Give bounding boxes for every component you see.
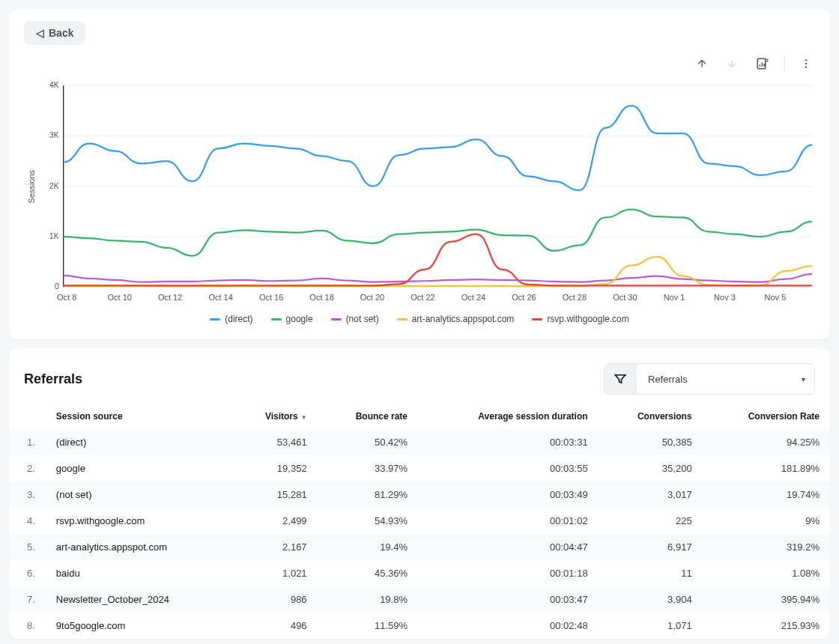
cell-bounce: 50.42% — [318, 429, 418, 455]
x-tick: Oct 26 — [512, 293, 562, 302]
table-controls: Referrals — [604, 363, 815, 395]
cell-visitors: 2,167 — [231, 534, 318, 560]
cell-rate: 9% — [703, 508, 830, 534]
cell-source: art-analytics.appspot.com — [46, 534, 231, 560]
cell-visitors: 19,352 — [231, 455, 318, 482]
legend-swatch — [271, 318, 282, 321]
toolbar-divider — [784, 56, 785, 71]
sort-indicator-icon: ▼ — [301, 414, 307, 421]
add-chart-icon[interactable] — [753, 54, 772, 73]
column-header[interactable]: Visitors▼ — [231, 404, 318, 429]
x-tick: Oct 14 — [208, 293, 258, 302]
legend-label: art-analytics.appspot.com — [412, 314, 515, 324]
column-header[interactable]: Conversions — [599, 404, 703, 429]
table-row[interactable]: 2.google19,35233.97%00:03:5535,200181.89… — [9, 455, 830, 482]
table-row[interactable]: 5.art-analytics.appspot.com2,16719.4%00:… — [9, 534, 830, 560]
legend-label: rsvp.withgoogle.com — [547, 314, 629, 324]
cell-bounce: 19.8% — [318, 586, 418, 613]
legend-swatch — [210, 318, 220, 321]
more-vertical-icon[interactable] — [797, 55, 815, 73]
cell-duration: 00:01:18 — [418, 560, 599, 586]
filter-icon[interactable] — [604, 363, 635, 395]
cell-bounce: 19.4% — [318, 534, 418, 560]
cell-bounce: 11.59% — [318, 613, 418, 639]
table-row[interactable]: 1.(direct)53,46150.42%00:03:3150,38594.2… — [9, 429, 830, 455]
cell-rate: 181.89% — [703, 455, 830, 482]
cell-conv: 50,385 — [599, 429, 703, 455]
referrals-card: Referrals Referrals Session sourceVisito… — [9, 348, 830, 639]
x-tick: Nov 5 — [765, 293, 815, 302]
legend-item[interactable]: (not set) — [331, 314, 379, 324]
cell-visitors: 15,281 — [231, 482, 318, 508]
column-header[interactable]: Session source — [46, 404, 231, 429]
svg-point-4 — [805, 66, 807, 67]
cell-visitors: 496 — [231, 613, 318, 639]
x-tick: Oct 28 — [563, 293, 613, 302]
cell-duration: 00:02:48 — [418, 613, 599, 639]
cell-bounce: 45.36% — [318, 560, 418, 586]
cell-source: baidu — [46, 560, 231, 586]
cell-bounce: 54.93% — [318, 508, 418, 534]
x-tick: Oct 18 — [309, 293, 360, 302]
cell-rate: 319.2% — [703, 534, 830, 560]
chart-legend: (direct)google(not set)art-analytics.app… — [24, 314, 815, 324]
legend-swatch — [532, 318, 542, 321]
referrals-select[interactable]: Referrals — [635, 363, 815, 395]
x-tick: Nov 1 — [664, 293, 714, 302]
cell-n: 5. — [9, 534, 46, 560]
legend-item[interactable]: (direct) — [210, 314, 252, 324]
back-button[interactable]: ◁ Back — [24, 21, 85, 45]
cell-conv: 35,200 — [599, 455, 703, 482]
table-row[interactable]: 4.rsvp.withgoogle.com2,49954.93%00:01:02… — [9, 508, 830, 534]
x-axis-ticks: Oct 8Oct 10Oct 12Oct 14Oct 16Oct 18Oct 2… — [57, 293, 815, 302]
x-tick: Oct 20 — [360, 293, 411, 302]
table-row[interactable]: 8.9to5google.com49611.59%00:02:481,07121… — [9, 613, 830, 639]
column-header[interactable]: Bounce rate — [318, 404, 418, 429]
x-tick: Oct 22 — [411, 293, 461, 302]
cell-duration: 00:04:47 — [418, 534, 599, 560]
legend-label: (direct) — [225, 314, 252, 324]
cell-n: 8. — [9, 613, 46, 639]
cell-duration: 00:03:55 — [418, 455, 599, 482]
cell-n: 2. — [9, 455, 46, 482]
back-chevron-icon: ◁ — [36, 27, 44, 39]
cell-rate: 215.93% — [703, 613, 830, 639]
legend-item[interactable]: rsvp.withgoogle.com — [532, 314, 629, 324]
cell-source: 9to5google.com — [46, 613, 231, 639]
x-tick: Oct 16 — [259, 293, 309, 302]
cell-source: (not set) — [46, 482, 231, 508]
cell-conv: 6,917 — [599, 534, 703, 560]
legend-swatch — [331, 318, 342, 321]
cell-visitors: 2,499 — [231, 508, 318, 534]
table-row[interactable]: 6.baidu1,02145.36%00:01:18111.08% — [9, 560, 830, 586]
column-header[interactable]: Average session duration — [418, 404, 599, 429]
table-body: 1.(direct)53,46150.42%00:03:3150,38594.2… — [9, 429, 830, 639]
cell-source: google — [46, 455, 231, 482]
cell-source: (direct) — [46, 429, 231, 455]
y-axis-label: Sessions — [24, 79, 36, 293]
legend-item[interactable]: art-analytics.appspot.com — [397, 314, 515, 324]
svg-point-2 — [805, 59, 807, 61]
arrow-up-icon[interactable] — [693, 55, 711, 73]
arrow-down-icon — [723, 55, 741, 73]
x-tick: Nov 3 — [714, 293, 764, 302]
cell-conv: 3,017 — [599, 482, 703, 508]
legend-item[interactable]: google — [271, 314, 313, 324]
select-value: Referrals — [648, 374, 688, 385]
svg-text:0: 0 — [55, 282, 59, 291]
cell-conv: 225 — [599, 508, 703, 534]
table-header-row: Session sourceVisitors▼Bounce rateAverag… — [9, 404, 830, 429]
cell-n: 6. — [9, 560, 46, 586]
cell-source: rsvp.withgoogle.com — [46, 508, 231, 534]
cell-visitors: 1,021 — [231, 560, 318, 586]
cell-duration: 00:03:47 — [418, 586, 599, 613]
table-row[interactable]: 3.(not set)15,28181.29%00:03:493,01719.7… — [9, 482, 830, 508]
x-tick: Oct 12 — [158, 293, 208, 302]
column-header[interactable] — [9, 404, 46, 429]
column-header[interactable]: Conversion Rate — [703, 404, 830, 429]
x-tick: Oct 30 — [613, 293, 663, 302]
table-title: Referrals — [24, 371, 82, 387]
table-row[interactable]: 7.Newsletter_October_202498619.8%00:03:4… — [9, 586, 830, 613]
cell-visitors: 986 — [231, 586, 318, 613]
cell-source: Newsletter_October_2024 — [46, 586, 231, 613]
